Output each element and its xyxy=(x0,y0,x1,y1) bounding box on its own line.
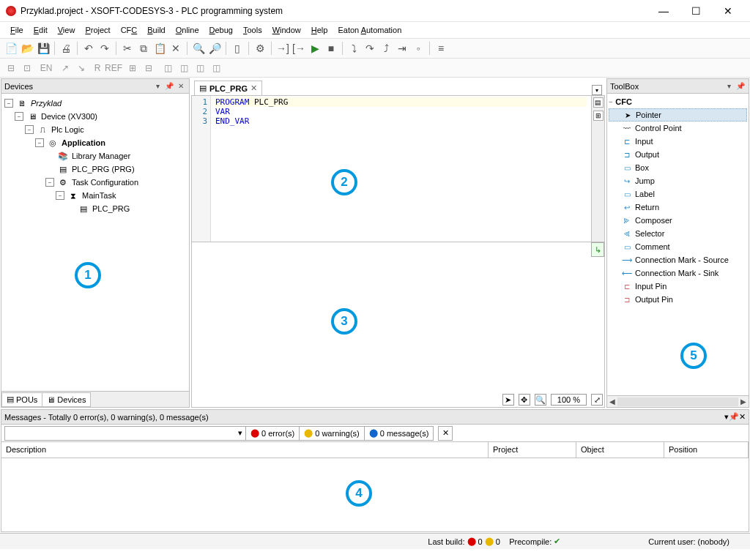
toolbox-item-controlpoint[interactable]: 〰Control Point xyxy=(609,122,747,135)
expander-icon[interactable]: − xyxy=(45,178,54,187)
print-icon[interactable]: 🖨 xyxy=(59,42,73,55)
expander-icon[interactable]: − xyxy=(25,125,34,134)
tab-pous[interactable]: ▤POUs xyxy=(1,392,42,407)
textview-icon[interactable]: ▤ xyxy=(593,97,604,108)
devices-tree[interactable]: −🗎Przyklad −🖥Device (XV300) −⎍Plc Logic … xyxy=(1,94,189,391)
login-icon[interactable]: →] xyxy=(276,42,289,55)
bookmark-icon[interactable]: ▯ xyxy=(231,42,244,55)
tab-devices[interactable]: 🖥Devices xyxy=(42,392,91,407)
menu-project[interactable]: Project xyxy=(81,24,114,36)
toolbox-item-cms[interactable]: ⟶Connection Mark - Source xyxy=(609,253,747,266)
tree-device[interactable]: Device (XV300) xyxy=(40,112,99,121)
tb2-8-icon[interactable]: ⊞ xyxy=(126,61,139,75)
expander-icon[interactable]: − xyxy=(56,191,64,200)
undo-icon[interactable]: ↶ xyxy=(82,42,95,55)
tb2-12-icon[interactable]: ◫ xyxy=(193,61,207,75)
toolbox-item-pointer[interactable]: ➤Pointer xyxy=(609,108,747,122)
tree-plclogic[interactable]: Plc Logic xyxy=(50,125,86,134)
start-icon[interactable]: ▶ xyxy=(308,42,322,55)
tree-taskcfg[interactable]: Task Configuration xyxy=(70,178,140,187)
declaration-editor[interactable]: 123 PROGRAM PLC_PRG VAR END_VAR ▤ ⊞ 2 xyxy=(191,96,605,242)
filter-errors-button[interactable]: ⬤0 error(s) xyxy=(245,426,300,441)
open-icon[interactable]: 📂 xyxy=(21,42,34,55)
stepinto-icon[interactable]: ⇥ xyxy=(396,42,409,55)
zoom-level[interactable]: 100 % xyxy=(551,394,587,406)
pin-icon[interactable]: 📌 xyxy=(729,412,739,422)
pin-icon[interactable]: 📌 xyxy=(164,81,174,92)
step-icon[interactable]: ⤵ xyxy=(347,42,360,55)
save-icon[interactable]: 💾 xyxy=(37,42,50,55)
findnext-icon[interactable]: 🔎 xyxy=(208,42,221,55)
tb2-13-icon[interactable]: ◫ xyxy=(209,61,223,75)
toolbox-item-output[interactable]: ⊐Output xyxy=(609,148,747,161)
toolbox-item-label[interactable]: ▭Label xyxy=(609,187,747,201)
tb2-10-icon[interactable]: ◫ xyxy=(161,61,174,75)
menu-debug[interactable]: Debug xyxy=(205,24,237,36)
tb2-11-icon[interactable]: ◫ xyxy=(177,61,190,75)
filter-warnings-button[interactable]: ⬤0 warning(s) xyxy=(299,426,365,441)
toolbox-item-cmk[interactable]: ⟵Connection Mark - Sink xyxy=(609,266,747,280)
menu-file[interactable]: File xyxy=(6,24,28,36)
pan-icon[interactable]: ✥ xyxy=(519,394,530,406)
menu-edit[interactable]: Edit xyxy=(29,24,52,36)
implementation-editor[interactable]: ↳ 3 ➤ ✥ 🔍 100 % ⤢ xyxy=(191,242,605,408)
tb2-5-icon[interactable]: ↘ xyxy=(75,61,88,75)
logout-icon[interactable]: [→ xyxy=(292,42,305,55)
tb2-1-icon[interactable]: ⊟ xyxy=(4,61,18,75)
zoom-icon[interactable]: 🔍 xyxy=(535,394,546,406)
trace-icon[interactable]: ≡ xyxy=(434,42,448,55)
menu-tools[interactable]: Tools xyxy=(239,24,267,36)
maximize-button[interactable]: ☐ xyxy=(680,1,712,21)
toolbox-item-composer[interactable]: ⫸Composer xyxy=(609,214,747,227)
menu-eaton[interactable]: Eaton Automation xyxy=(333,24,406,36)
filter-messages-button[interactable]: ⬤0 message(s) xyxy=(364,426,434,441)
close-button[interactable]: ✕ xyxy=(712,1,744,21)
break-icon[interactable]: ◦ xyxy=(412,42,425,55)
tree-application[interactable]: Application xyxy=(60,138,107,147)
col-project[interactable]: Project xyxy=(489,442,576,458)
redo-icon[interactable]: ↷ xyxy=(98,42,111,55)
tree-library[interactable]: Library Manager xyxy=(70,152,132,160)
zoomfit-icon[interactable]: ⤢ xyxy=(591,394,603,406)
tab-dropdown-icon[interactable]: ▾ xyxy=(592,85,602,95)
menu-help[interactable]: Help xyxy=(307,24,333,36)
expander-icon[interactable]: − xyxy=(15,112,23,121)
build-icon[interactable]: ⚙ xyxy=(253,42,267,55)
tb2-7-icon[interactable]: REF xyxy=(107,61,120,75)
col-position[interactable]: Position xyxy=(664,442,749,458)
panel-menu-icon[interactable]: ▾ xyxy=(724,81,734,92)
pointer-icon[interactable]: ➤ xyxy=(502,394,514,406)
find-icon[interactable]: 🔍 xyxy=(192,42,205,55)
menu-view[interactable]: View xyxy=(53,24,80,36)
col-object[interactable]: Object xyxy=(576,442,664,458)
toolbox-item-box[interactable]: ▭Box xyxy=(609,161,747,174)
tb2-2-icon[interactable]: ⊡ xyxy=(21,61,34,75)
tab-close-icon[interactable]: ✕ xyxy=(250,83,257,93)
tb2-4-icon[interactable]: ↗ xyxy=(59,61,72,75)
messages-category-combo[interactable]: ▾ xyxy=(4,426,246,441)
toolbox-item-comment[interactable]: ▭Comment xyxy=(609,240,747,253)
tb2-3-icon[interactable]: EN xyxy=(40,61,53,75)
toolbox-item-inputpin[interactable]: ⊏Input Pin xyxy=(609,280,747,293)
menu-cfc[interactable]: CFC xyxy=(116,24,142,36)
menu-window[interactable]: Window xyxy=(268,24,305,36)
messages-body[interactable]: 4 xyxy=(1,458,749,531)
tree-maintask[interactable]: MainTask xyxy=(81,191,117,200)
toolbox-item-selector[interactable]: ⫷Selector xyxy=(609,227,747,240)
toolbox-scrollbar[interactable]: ◀▶ xyxy=(607,395,749,407)
stop-icon[interactable]: ■ xyxy=(324,42,338,55)
tree-plcprg[interactable]: PLC_PRG (PRG) xyxy=(70,165,136,173)
pin-icon[interactable]: 📌 xyxy=(735,81,746,92)
stepover-icon[interactable]: ↷ xyxy=(363,42,376,55)
copy-icon[interactable]: ⧉ xyxy=(137,42,150,55)
expander-icon[interactable]: − xyxy=(35,138,44,147)
tree-plcprg2[interactable]: PLC_PRG xyxy=(91,204,131,213)
stepout-icon[interactable]: ⤴ xyxy=(379,42,393,55)
tb2-6-icon[interactable]: R xyxy=(91,61,104,75)
expander-icon[interactable]: − xyxy=(4,99,13,108)
menu-online[interactable]: Online xyxy=(171,24,204,36)
tableview-icon[interactable]: ⊞ xyxy=(593,111,604,121)
panel-menu-icon[interactable]: ▾ xyxy=(152,81,163,92)
code-text[interactable]: PROGRAM PLC_PRG VAR END_VAR xyxy=(211,96,591,242)
cut-icon[interactable]: ✂ xyxy=(121,42,134,55)
